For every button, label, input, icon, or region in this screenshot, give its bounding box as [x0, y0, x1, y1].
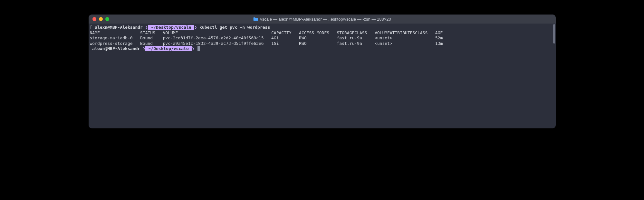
folder-icon [253, 17, 258, 21]
cursor-icon [197, 46, 200, 51]
window-title: vscale — alexn@MBP-Aleksandr — ..esktop/… [253, 17, 391, 22]
window-title-text: vscale — alexn@MBP-Aleksandr — ..esktop/… [260, 17, 391, 22]
table-row: storage-mariadb-0 Bound pvc-2cd31d7f-2ee… [89, 35, 556, 41]
prompt-path: ~/Desktop/vscale [145, 46, 192, 51]
titlebar: vscale — alexn@MBP-Aleksandr — ..esktop/… [89, 15, 556, 24]
prompt-line-2: alexn@MBP-Aleksandr ❯ ~/Desktop/vscale ❯ [89, 46, 556, 52]
prompt-separator-icon: ❯ [145, 25, 148, 30]
terminal-body[interactable]: [ alexn@MBP-Aleksandr ❯ ~/Desktop/vscale… [89, 24, 556, 128]
command-text: kubectl get pvc -n wordpress [197, 25, 270, 30]
minimize-icon[interactable] [99, 17, 103, 21]
prompt-path: ~/Desktop/vscale [148, 25, 195, 30]
prompt-user: alexn@MBP-Aleksandr [92, 25, 145, 30]
terminal-window: vscale — alexn@MBP-Aleksandr — ..esktop/… [89, 15, 556, 128]
prompt-line-1: [ alexn@MBP-Aleksandr ❯ ~/Desktop/vscale… [89, 25, 556, 30]
traffic-lights [92, 17, 109, 21]
table-header-row: NAME STATUS VOLUME CAPACITY ACCESS MODES… [89, 30, 556, 36]
prompt-separator-icon: ❯ [143, 46, 145, 51]
table-row: wordpress-storage Bound pvc-a9a45e1c-183… [89, 41, 556, 46]
maximize-icon[interactable] [105, 17, 109, 21]
close-icon[interactable] [92, 17, 96, 21]
prompt-separator-icon: ❯ [192, 46, 195, 51]
scrollbar[interactable] [553, 24, 555, 44]
prompt-user: alexn@MBP-Aleksandr [90, 46, 143, 51]
